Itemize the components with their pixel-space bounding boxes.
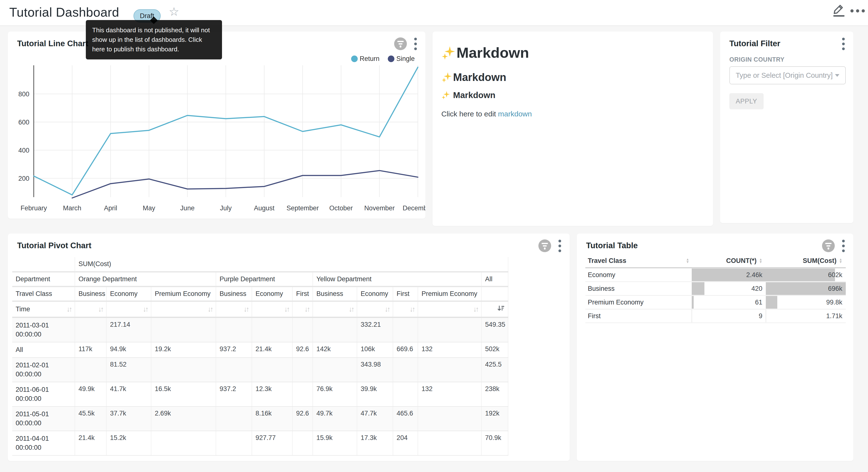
sort-icon[interactable]: ↓↑ xyxy=(409,305,414,313)
pivot-subcol-header: Business xyxy=(313,286,357,301)
pivot-cell xyxy=(252,317,292,342)
legend-item[interactable]: Return xyxy=(351,55,379,63)
pivot-row-label: 2011-03-01 00:00:00 xyxy=(12,317,75,342)
pivot-subcol-header: First xyxy=(393,286,418,301)
sort-icon-active[interactable] xyxy=(497,305,504,312)
pivot-cell xyxy=(75,358,106,382)
pivot-cell xyxy=(418,407,482,431)
sort-icon[interactable]: ↓↑ xyxy=(143,305,148,313)
pivot-cell xyxy=(393,317,418,342)
svg-text:September: September xyxy=(286,204,319,212)
pivot-row-label: 2011-06-01 00:00:00 xyxy=(12,382,75,407)
column-header-count[interactable]: COUNT(*)▲▼ xyxy=(692,254,766,267)
sort-caret-icon[interactable]: ▲▼ xyxy=(686,258,689,263)
count-cell: 2.46k xyxy=(692,268,766,282)
edit-dashboard-button[interactable] xyxy=(831,1,846,18)
pivot-cell xyxy=(292,358,313,382)
pivot-cell: 549.35 xyxy=(482,317,508,342)
column-header-travel-class[interactable]: Travel Class▲▼ xyxy=(585,254,692,267)
sort-icon[interactable]: ↓↑ xyxy=(98,305,103,313)
pivot-cell: 132 xyxy=(418,342,482,358)
svg-text:August: August xyxy=(254,204,275,212)
markdown-paragraph: Click here to edit markdown xyxy=(441,110,704,118)
pivot-cell: 17.3k xyxy=(357,431,393,455)
chart-kebab-menu-icon[interactable] xyxy=(558,239,562,252)
sort-icon[interactable]: ↓↑ xyxy=(384,305,389,313)
sort-icon[interactable]: ↓↑ xyxy=(66,305,71,313)
sort-caret-icon[interactable]: ▲▼ xyxy=(839,258,842,263)
pivot-table: SUM(Cost)DepartmentOrange DepartmentPurp… xyxy=(12,257,508,455)
pivot-row: 2011-06-01 00:00:0049.9k41.7k16.5k937.21… xyxy=(12,382,508,407)
table-row: Premium Economy6199.8k xyxy=(585,296,846,309)
sort-icon[interactable]: ↓↑ xyxy=(349,305,353,313)
select-placeholder: Type or Select [Origin Country] xyxy=(736,71,833,80)
pivot-cell: 937.2 xyxy=(216,342,252,358)
pivot-cell: 204 xyxy=(393,431,418,455)
origin-country-select[interactable]: Type or Select [Origin Country] xyxy=(730,66,846,84)
column-header-sum-cost[interactable]: SUM(Cost)▲▼ xyxy=(766,254,846,267)
pivot-cell: 16.5k xyxy=(151,382,216,407)
filter-card-title: Tutorial Filter xyxy=(730,39,780,48)
pivot-row: 2011-04-01 00:00:0021.4k15.2k927.7715.9k… xyxy=(12,431,508,455)
sparkles-icon xyxy=(441,46,456,60)
origin-country-label: ORIGIN COUNTRY xyxy=(730,56,785,63)
filter-card: Tutorial Filter ORIGIN COUNTRY Type or S… xyxy=(720,32,853,223)
pivot-group-header: Orange Department xyxy=(75,272,216,286)
favorite-star-icon[interactable]: ☆ xyxy=(169,5,179,18)
apply-button[interactable]: APPLY xyxy=(730,93,764,109)
data-table: Travel Class▲▼COUNT(*)▲▼SUM(Cost)▲▼Econo… xyxy=(585,254,846,323)
legend-dot-icon xyxy=(351,56,358,62)
svg-text:800: 800 xyxy=(18,90,29,98)
pivot-row-label: All xyxy=(12,342,75,358)
pivot-row-label: 2011-02-01 00:00:00 xyxy=(12,358,75,382)
pivot-cell xyxy=(393,358,418,382)
legend-item[interactable]: Single xyxy=(388,55,415,63)
pivot-cell: 45.5k xyxy=(75,407,106,431)
pivot-chart-card: Tutorial Pivot Chart SUM(Cost)Department… xyxy=(8,234,570,461)
value-bar xyxy=(692,296,694,308)
pivot-dept-header: Department xyxy=(12,272,75,286)
pivot-cell: 332.21 xyxy=(357,317,393,342)
pivot-cell: 92.6 xyxy=(292,342,313,358)
sort-icon[interactable]: ↓↑ xyxy=(473,305,478,313)
pivot-group-header: All xyxy=(482,272,508,286)
line-chart-card: Tutorial Line Chart ReturnSingle 2004006… xyxy=(8,32,426,218)
pivot-cell: 70.9k xyxy=(482,431,508,455)
applied-filters-icon[interactable] xyxy=(538,239,551,252)
pivot-cell: 2.69k xyxy=(151,407,216,431)
pivot-cell xyxy=(418,317,482,342)
travel-class-cell: Premium Economy xyxy=(585,296,692,309)
table-card: Tutorial Table Travel Class▲▼COUNT(*)▲▼S… xyxy=(577,234,853,461)
table-row: Business420696k xyxy=(585,282,846,296)
value-bar xyxy=(766,268,835,281)
pivot-subcol-header: Business xyxy=(216,286,252,301)
pivot-cell: 19.2k xyxy=(151,342,216,358)
pivot-cell: 937.2 xyxy=(216,382,252,407)
svg-text:March: March xyxy=(63,204,82,212)
sparkles-icon xyxy=(441,72,452,83)
pivot-cell: 238k xyxy=(482,382,508,407)
pivot-cell: 927.77 xyxy=(252,431,292,455)
sort-icon[interactable]: ↓↑ xyxy=(284,305,289,313)
pivot-cell: 47.7k xyxy=(357,407,393,431)
pivot-row-label: 2011-05-01 00:00:00 xyxy=(12,407,75,431)
pivot-cell xyxy=(313,317,357,342)
pivot-cell: 41.7k xyxy=(106,382,151,407)
sort-caret-icon[interactable]: ▲▼ xyxy=(759,258,763,263)
sort-icon[interactable]: ↓↑ xyxy=(208,305,212,313)
sort-icon[interactable]: ↓↑ xyxy=(244,305,248,313)
sort-icon[interactable]: ↓↑ xyxy=(304,305,309,313)
pivot-cell xyxy=(418,358,482,382)
pivot-cell xyxy=(292,317,313,342)
pivot-cell xyxy=(313,358,357,382)
table-header-row: Travel Class▲▼COUNT(*)▲▼SUM(Cost)▲▼ xyxy=(585,254,846,268)
header-more-menu-icon[interactable] xyxy=(850,8,865,14)
table-card-title: Tutorial Table xyxy=(586,241,638,250)
filter-kebab-menu-icon[interactable] xyxy=(842,37,845,50)
markdown-edit-link[interactable]: markdown xyxy=(498,110,532,118)
pivot-subcol-header: Economy xyxy=(357,286,393,301)
travel-class-cell: Economy xyxy=(585,268,692,282)
applied-filters-icon[interactable] xyxy=(822,239,835,252)
chart-kebab-menu-icon[interactable] xyxy=(842,239,845,252)
pivot-subcol-header: Premium Economy xyxy=(418,286,482,301)
